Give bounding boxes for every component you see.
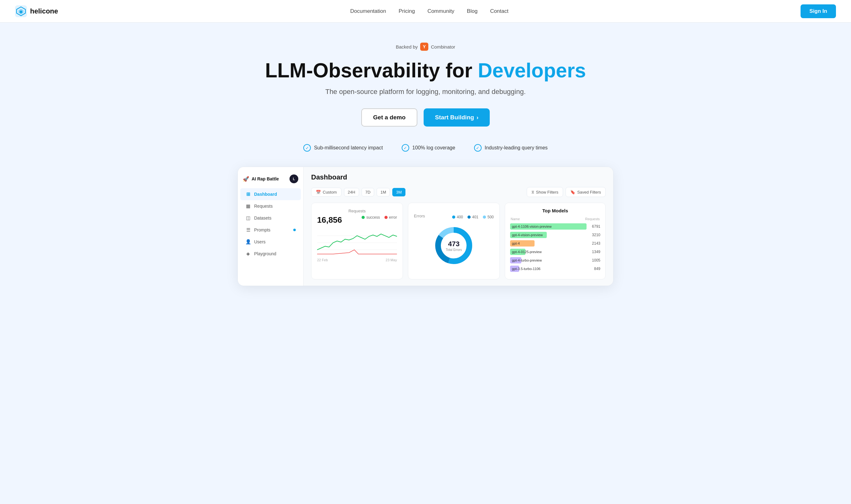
requests-value: 16,856 xyxy=(317,215,342,225)
sidebar-header: 🚀 AI Rap Battle L xyxy=(238,172,303,188)
500-dot xyxy=(483,216,486,219)
errors-label: Errors xyxy=(414,214,425,218)
model-row: gpt-4-turbo-preview 1005 xyxy=(510,257,600,264)
filter-bar: 📅 Custom 24H 7D 1M 3M ⧖ Show Filters 🔖 S… xyxy=(311,187,606,197)
chart-dates: 22 Feb 23 May xyxy=(317,258,397,262)
hero-features: ✓ Sub-millisecond latency impact ✓ 100% … xyxy=(7,144,844,151)
col-name-label: Name xyxy=(511,217,520,221)
calendar-icon: 📅 xyxy=(316,190,321,195)
time-3m[interactable]: 3M xyxy=(392,188,405,196)
model-bar: gpt-4-0125-preview xyxy=(510,249,526,255)
backed-by-text: Backed by xyxy=(396,44,418,50)
saved-filters-button[interactable]: 🔖 Saved Filters xyxy=(566,187,606,197)
success-dot xyxy=(361,216,365,219)
bookmark-icon: 🔖 xyxy=(570,190,575,195)
logo-icon xyxy=(15,5,27,17)
legend-error: error xyxy=(385,215,397,220)
logo-text: helicone xyxy=(30,7,58,15)
logo[interactable]: helicone xyxy=(15,5,58,17)
requests-line-chart xyxy=(317,229,397,257)
donut-value: 473 xyxy=(446,240,462,248)
sidebar-item-requests[interactable]: ▦ Requests xyxy=(238,200,303,212)
main-header: Dashboard xyxy=(311,173,606,181)
model-count: 2143 xyxy=(589,241,600,246)
model-bar-wrap: gpt-4-1106-vision-preview xyxy=(510,223,587,230)
col-requests-label: Requests xyxy=(585,217,600,221)
get-demo-button[interactable]: Get a demo xyxy=(361,108,418,127)
start-building-button[interactable]: Start Building › xyxy=(424,108,490,127)
cards-row: Requests 16,856 success error xyxy=(311,203,606,280)
users-icon: 👤 xyxy=(245,239,251,245)
nav-blog[interactable]: Blog xyxy=(467,8,478,14)
hero-title-highlight: Developers xyxy=(478,59,586,82)
model-row: gpt-4-0125-preview 1349 xyxy=(510,249,600,255)
model-row: gpt-4 2143 xyxy=(510,240,600,247)
hero-title-prefix: LLM-Observability for xyxy=(265,59,478,82)
model-count: 1349 xyxy=(589,250,600,254)
playground-icon: ◈ xyxy=(245,251,251,256)
feature-coverage: ✓ 100% log coverage xyxy=(402,144,455,151)
sidebar: 🚀 AI Rap Battle L ⊞ Dashboard ▦ Requests xyxy=(238,167,304,286)
sidebar-item-prompts[interactable]: ☰ Prompts xyxy=(238,224,303,236)
feature-query-label: Industry-leading query times xyxy=(485,145,548,151)
model-row: gpt-4-vision-preview 3210 xyxy=(510,232,600,238)
arrow-icon: › xyxy=(477,114,478,121)
model-bar-wrap: gpt-4 xyxy=(510,240,587,247)
model-bar-wrap: gpt-4-0125-preview xyxy=(510,249,587,255)
legend-500: 500 xyxy=(483,215,494,219)
time-1m[interactable]: 1M xyxy=(377,188,390,196)
avatar: L xyxy=(289,175,298,183)
project-name: 🚀 AI Rap Battle xyxy=(243,176,279,182)
requests-legend: success error xyxy=(361,215,397,220)
hero-subtitle: The open-source platform for logging, mo… xyxy=(7,88,844,96)
sidebar-item-users[interactable]: 👤 Users xyxy=(238,236,303,248)
filter-icon: ⧖ xyxy=(531,190,534,195)
project-icon: 🚀 xyxy=(243,176,249,182)
prompts-icon: ☰ xyxy=(245,227,251,233)
requests-label: Requests xyxy=(317,209,397,213)
check-icon-3: ✓ xyxy=(474,144,482,151)
errors-card: Errors 400 401 xyxy=(408,203,500,280)
nav-community[interactable]: Community xyxy=(427,8,454,14)
dashboard-preview: 🚀 AI Rap Battle L ⊞ Dashboard ▦ Requests xyxy=(237,167,614,286)
feature-coverage-label: 100% log coverage xyxy=(412,145,455,151)
top-models-title: Top Models xyxy=(510,208,600,213)
show-filters-button[interactable]: ⧖ Show Filters xyxy=(527,187,563,197)
errors-legend: 400 401 500 xyxy=(452,214,494,220)
signin-button[interactable]: Sign In xyxy=(801,4,836,18)
time-7d[interactable]: 7D xyxy=(361,188,374,196)
yc-logo: Y xyxy=(420,42,428,51)
prompts-badge xyxy=(293,229,296,231)
top-models-card: Top Models Name Requests gpt-4-1106-visi… xyxy=(505,203,606,280)
model-count: 6791 xyxy=(589,224,600,229)
dashboard-icon: ⊞ xyxy=(245,192,251,197)
page-title: Dashboard xyxy=(311,173,347,181)
requests-card: Requests 16,856 success error xyxy=(311,203,403,280)
filter-actions: ⧖ Show Filters 🔖 Saved Filters xyxy=(527,187,606,197)
yc-badge: Backed by Y Combinator xyxy=(396,42,455,51)
model-count: 849 xyxy=(589,267,600,271)
model-bar: gpt-4-vision-preview xyxy=(510,232,547,238)
nav-documentation[interactable]: Documentation xyxy=(350,8,386,14)
legend-401: 401 xyxy=(467,215,478,219)
time-24h[interactable]: 24H xyxy=(344,188,359,196)
model-bar: gpt-4-turbo-preview xyxy=(510,257,522,264)
sidebar-item-playground[interactable]: ◈ Playground xyxy=(238,248,303,260)
datasets-icon: ◫ xyxy=(245,215,251,221)
feature-latency: ✓ Sub-millisecond latency impact xyxy=(303,144,383,151)
requests-icon: ▦ xyxy=(245,203,251,209)
donut-center: 473 Total Errors xyxy=(446,240,462,252)
model-count: 3210 xyxy=(589,233,600,237)
model-row: gpt-4-1106-vision-preview 6791 xyxy=(510,223,600,230)
model-bar: gpt-4 xyxy=(510,240,534,247)
model-bar-wrap: gpt-4-vision-preview xyxy=(510,232,587,238)
401-dot xyxy=(467,216,471,219)
nav-contact[interactable]: Contact xyxy=(490,8,509,14)
sidebar-item-datasets[interactable]: ◫ Datasets xyxy=(238,212,303,224)
legend-400: 400 xyxy=(452,215,463,219)
model-bar: gpt-4-1106-vision-preview xyxy=(510,223,587,230)
nav-pricing[interactable]: Pricing xyxy=(398,8,415,14)
custom-filter-button[interactable]: 📅 Custom xyxy=(311,187,341,197)
models-list: gpt-4-1106-vision-preview 6791 gpt-4-vis… xyxy=(510,223,600,272)
sidebar-item-dashboard[interactable]: ⊞ Dashboard xyxy=(238,188,303,200)
